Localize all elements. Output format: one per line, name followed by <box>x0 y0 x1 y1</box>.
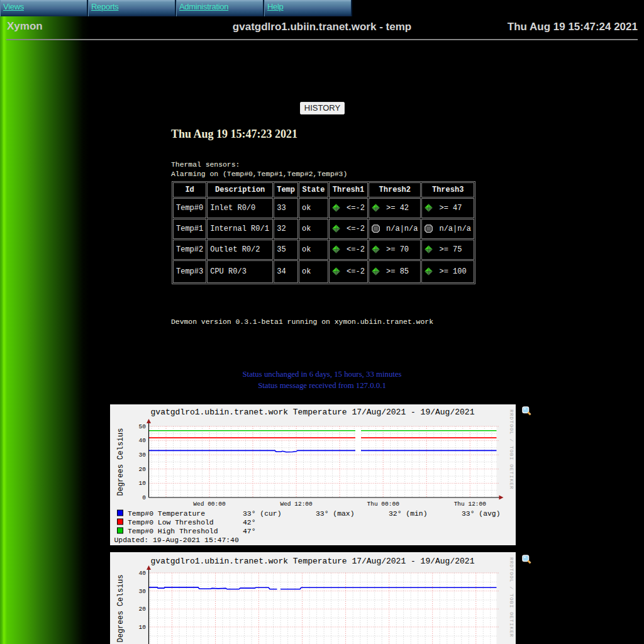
svg-text:gvatgdlro1.ubiin.tranet.work T: gvatgdlro1.ubiin.tranet.work Temperature… <box>151 408 475 417</box>
svg-text:Thu 00:00: Thu 00:00 <box>367 501 400 508</box>
svg-text:Thu 12:00: Thu 12:00 <box>454 501 487 508</box>
svg-text:Temp#0 Low Threshold: Temp#0 Low Threshold <box>128 519 214 526</box>
svg-text:33° (max): 33° (max) <box>316 510 355 518</box>
svg-text:0: 0 <box>142 494 146 501</box>
svg-text:33° (cur): 33° (cur) <box>243 510 282 518</box>
svg-text:40: 40 <box>139 437 147 444</box>
svg-text:Wed 12:00: Wed 12:00 <box>280 501 313 508</box>
svg-text:30: 30 <box>139 588 147 595</box>
svg-text:30: 30 <box>139 452 147 458</box>
svg-text:RRDTOOL / TOBI OETIKER: RRDTOOL / TOBI OETIKER <box>509 409 514 490</box>
svg-text:10: 10 <box>139 624 147 631</box>
svg-text:Updated: 19-Aug-2021 15:47:40: Updated: 19-Aug-2021 15:47:40 <box>114 536 239 544</box>
svg-text:Degrees Celsius: Degrees Celsius <box>116 574 125 642</box>
svg-text:33° (avg): 33° (avg) <box>462 510 501 518</box>
svg-text:50: 50 <box>139 423 147 430</box>
svg-text:32° (min): 32° (min) <box>389 510 428 518</box>
svg-text:47°: 47° <box>243 528 256 535</box>
svg-text:20: 20 <box>139 606 147 613</box>
svg-text:Temp#0 High Threshold: Temp#0 High Threshold <box>128 528 218 535</box>
svg-text:Degrees Celsius: Degrees Celsius <box>116 428 125 496</box>
svg-text:20: 20 <box>139 466 147 473</box>
svg-text:40: 40 <box>139 570 147 577</box>
svg-text:Temp#0 Temperature: Temp#0 Temperature <box>128 510 205 518</box>
svg-text:42°: 42° <box>243 519 256 526</box>
svg-text:gvatgdlro1.ubiin.tranet.work T: gvatgdlro1.ubiin.tranet.work Temperature… <box>151 557 475 566</box>
svg-text:10: 10 <box>139 480 147 487</box>
svg-text:Wed 00:00: Wed 00:00 <box>193 501 226 508</box>
svg-text:RRDTOOL / TOBI OETIKER: RRDTOOL / TOBI OETIKER <box>509 557 514 638</box>
